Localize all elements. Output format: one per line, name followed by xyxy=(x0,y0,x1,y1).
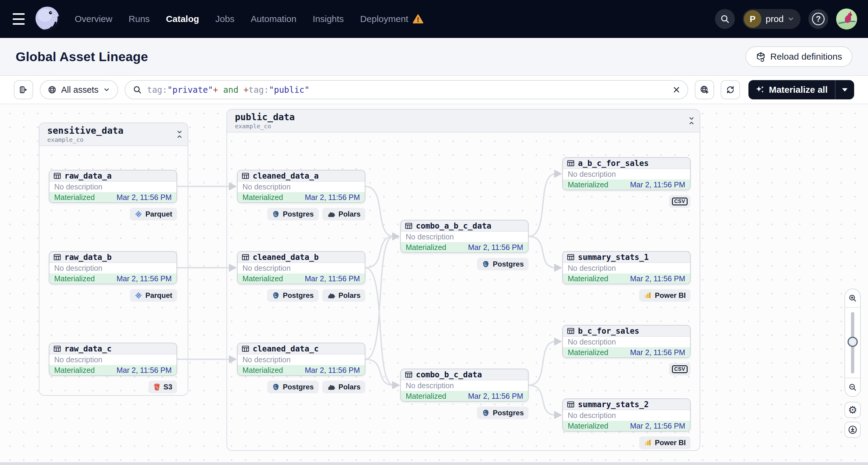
horizontal-scrollbar[interactable] xyxy=(0,462,868,465)
zoom-out-button[interactable] xyxy=(845,378,860,396)
asset-node-raw_data_b[interactable]: raw_data_bNo descriptionMaterializedMar … xyxy=(49,251,177,284)
zoom-slider[interactable] xyxy=(845,308,860,378)
nav-item-deployment[interactable]: Deployment xyxy=(360,14,424,24)
user-avatar[interactable] xyxy=(836,8,857,30)
asset-badges: PostgresPolars xyxy=(237,208,365,220)
asset-scope-select[interactable]: All assets xyxy=(40,80,118,99)
global-search-button[interactable] xyxy=(715,9,735,29)
reload-definitions-button[interactable]: Reload definitions xyxy=(745,46,852,67)
nav-item-catalog[interactable]: Catalog xyxy=(166,14,199,24)
materialized-timestamp: Mar 2, 11:56 PM xyxy=(305,193,360,202)
asset-node-cleaned_data_c[interactable]: cleaned_data_cNo descriptionMaterialized… xyxy=(237,343,365,376)
s3-icon xyxy=(153,383,160,391)
table-icon xyxy=(404,370,413,379)
asset-node-summary_stats_2[interactable]: summary_stats_2No descriptionMaterialize… xyxy=(562,398,691,432)
nav-item-label: Catalog xyxy=(166,14,199,24)
table-icon xyxy=(53,344,61,353)
asset-node-header: combo_b_c_data xyxy=(401,369,528,380)
graph-settings-button[interactable]: ⚙ xyxy=(844,402,861,418)
asset-badges: Postgres xyxy=(400,407,529,419)
query-segment-kw: and xyxy=(218,85,243,95)
menu-hamburger-button[interactable] xyxy=(10,12,27,26)
asset-name: a_b_c_for_sales xyxy=(578,159,649,168)
table-icon xyxy=(566,159,575,167)
globe-add-icon xyxy=(700,85,709,95)
asset-description: No description xyxy=(238,182,365,192)
search-icon xyxy=(720,14,730,24)
asset-node-combo_a_b_c_data[interactable]: combo_a_b_c_dataNo descriptionMaterializ… xyxy=(400,220,529,253)
materialized-status: Materialized xyxy=(406,392,446,401)
zoom-slider-thumb[interactable] xyxy=(847,337,858,347)
asset-node-header: summary_stats_2 xyxy=(563,399,690,410)
asset-description: No description xyxy=(50,263,177,274)
nav-item-label: Insights xyxy=(313,14,344,24)
lineage-canvas[interactable]: sensitive_data example_co public_data ex… xyxy=(0,105,868,465)
group-title: sensitive_data xyxy=(47,126,180,135)
s3-badge: S3 xyxy=(149,381,177,393)
nav-item-label: Deployment xyxy=(360,14,408,24)
table-icon xyxy=(53,172,61,180)
asset-name: cleaned_data_b xyxy=(253,253,319,262)
materialized-status: Materialized xyxy=(568,348,609,357)
refresh-icon xyxy=(725,85,735,95)
csv-badge: CSV xyxy=(669,363,691,376)
download-graph-button[interactable] xyxy=(844,422,861,438)
env-name: prod xyxy=(766,14,784,24)
asset-node-cleaned_data_b[interactable]: cleaned_data_bNo descriptionMaterialized… xyxy=(237,251,365,284)
asset-status-row: MaterializedMar 2, 11:56 PM xyxy=(50,192,177,203)
group-header: public_data example_co xyxy=(227,110,700,132)
asset-node-header: a_b_c_for_sales xyxy=(563,158,690,169)
query-segment-op: + xyxy=(213,85,218,95)
collapse-group-button[interactable] xyxy=(176,130,183,138)
asset-node-cleaned_data_a[interactable]: cleaned_data_aNo descriptionMaterialized… xyxy=(237,170,365,203)
view-global-lineage-button[interactable] xyxy=(695,80,714,99)
parquet-badge: Parquet xyxy=(130,289,177,302)
materialized-status: Materialized xyxy=(243,193,283,202)
materialized-timestamp: Mar 2, 11:56 PM xyxy=(630,180,685,189)
asset-node-header: cleaned_data_b xyxy=(238,252,365,263)
asset-node-raw_data_c[interactable]: raw_data_cNo descriptionMaterializedMar … xyxy=(49,343,177,376)
help-button[interactable]: ? xyxy=(808,9,828,29)
postgres-icon xyxy=(482,409,490,417)
dagster-logo-icon[interactable] xyxy=(33,5,61,33)
materialized-timestamp: Mar 2, 11:56 PM xyxy=(468,243,523,252)
gear-icon: ⚙ xyxy=(848,405,857,415)
parquet-icon xyxy=(135,291,143,299)
badge-label: Polars xyxy=(339,210,361,218)
collapse-group-button[interactable] xyxy=(688,117,695,125)
zoom-in-button[interactable] xyxy=(845,289,860,308)
materialize-all-button[interactable]: Materialize all xyxy=(748,80,835,99)
nav-item-runs[interactable]: Runs xyxy=(129,14,150,24)
asset-search-input[interactable]: tag:"private"+ and +tag:"public" xyxy=(125,80,688,99)
badge-label: Polars xyxy=(339,383,361,391)
asset-description: No description xyxy=(563,169,690,180)
asset-node-b_c_for_sales[interactable]: b_c_for_salesNo descriptionMaterializedM… xyxy=(562,325,691,358)
refresh-button[interactable] xyxy=(721,80,740,99)
asset-node-a_b_c_for_sales[interactable]: a_b_c_for_salesNo descriptionMaterialize… xyxy=(562,157,691,190)
chevron-down-icon xyxy=(787,16,795,23)
nav-item-insights[interactable]: Insights xyxy=(313,14,344,24)
materialized-status: Materialized xyxy=(406,243,446,252)
deployment-switcher[interactable]: P prod xyxy=(743,9,801,29)
asset-node-combo_b_c_data[interactable]: combo_b_c_dataNo descriptionMaterialized… xyxy=(400,369,529,402)
nav-item-automation[interactable]: Automation xyxy=(251,14,297,24)
asset-node-header: raw_data_c xyxy=(50,343,177,354)
open-side-panel-button[interactable] xyxy=(14,80,33,99)
nav-item-overview[interactable]: Overview xyxy=(75,14,112,24)
asset-scope-label: All assets xyxy=(61,85,98,95)
asset-name: summary_stats_2 xyxy=(578,400,649,409)
asset-node-raw_data_a[interactable]: raw_data_aNo descriptionMaterializedMar … xyxy=(49,170,177,203)
asset-description: No description xyxy=(238,263,365,274)
zoom-control-panel xyxy=(844,288,861,397)
materialize-options-button[interactable] xyxy=(835,80,854,99)
materialized-status: Materialized xyxy=(568,180,609,189)
materialize-all-label: Materialize all xyxy=(769,85,828,95)
clear-search-button[interactable] xyxy=(672,85,681,94)
top-nav: Overview Runs Catalog Jobs Automation In… xyxy=(0,0,868,38)
query-segment-string: "private" xyxy=(167,85,213,95)
globe-icon xyxy=(48,85,57,94)
asset-node-summary_stats_1[interactable]: summary_stats_1No descriptionMaterialize… xyxy=(562,251,691,284)
asset-name: combo_a_b_c_data xyxy=(416,221,491,230)
nav-item-jobs[interactable]: Jobs xyxy=(215,14,234,24)
materialized-status: Materialized xyxy=(568,422,609,430)
